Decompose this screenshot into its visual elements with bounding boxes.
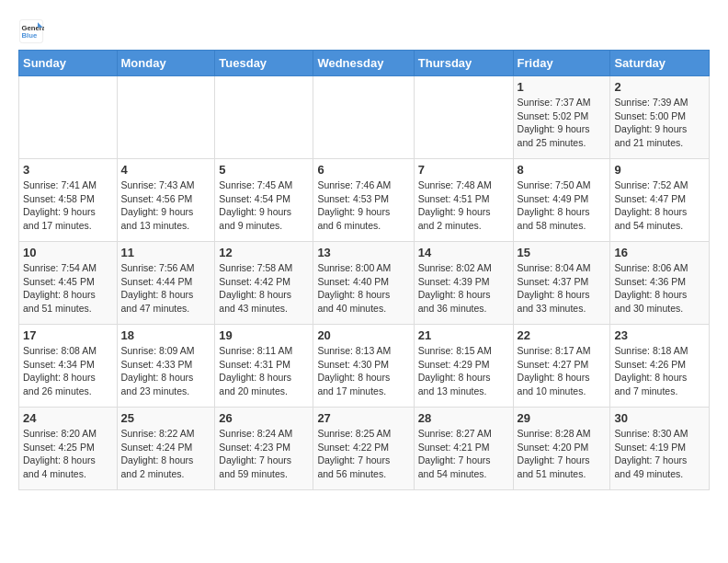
day-info: Sunrise: 8:11 AM Sunset: 4:31 PM Dayligh… (219, 344, 309, 398)
day-number: 28 (418, 411, 509, 425)
weekday-header-saturday: Saturday (610, 51, 710, 76)
day-number: 16 (614, 246, 705, 259)
day-cell: 17Sunrise: 8:08 AM Sunset: 4:34 PM Dayli… (19, 325, 118, 408)
day-cell: 1Sunrise: 7:37 AM Sunset: 5:02 PM Daylig… (513, 76, 610, 159)
day-number: 20 (317, 328, 409, 342)
day-info: Sunrise: 8:22 AM Sunset: 4:24 PM Dayligh… (121, 427, 211, 481)
day-info: Sunrise: 8:00 AM Sunset: 4:40 PM Dayligh… (317, 261, 409, 316)
day-info: Sunrise: 8:04 AM Sunset: 4:37 PM Dayligh… (518, 261, 607, 316)
day-info: Sunrise: 8:18 AM Sunset: 4:26 PM Dayligh… (614, 344, 705, 398)
day-cell: 11Sunrise: 7:56 AM Sunset: 4:44 PM Dayli… (117, 242, 215, 325)
day-cell: 20Sunrise: 8:13 AM Sunset: 4:30 PM Dayli… (313, 325, 414, 408)
day-number: 15 (518, 246, 607, 259)
day-number: 3 (23, 163, 113, 177)
day-info: Sunrise: 8:28 AM Sunset: 4:20 PM Dayligh… (518, 427, 607, 481)
day-info: Sunrise: 8:25 AM Sunset: 4:22 PM Dayligh… (317, 427, 409, 481)
day-cell: 15Sunrise: 8:04 AM Sunset: 4:37 PM Dayli… (513, 242, 610, 325)
day-number: 4 (121, 163, 211, 177)
day-info: Sunrise: 8:06 AM Sunset: 4:36 PM Dayligh… (614, 261, 705, 316)
day-cell: 5Sunrise: 7:45 AM Sunset: 4:54 PM Daylig… (215, 159, 313, 242)
weekday-header-row: SundayMondayTuesdayWednesdayThursdayFrid… (19, 51, 710, 76)
weekday-header-tuesday: Tuesday (215, 51, 313, 76)
day-number: 5 (219, 163, 309, 177)
week-row-1: 1Sunrise: 7:37 AM Sunset: 5:02 PM Daylig… (19, 76, 710, 159)
day-number: 11 (121, 246, 211, 259)
day-cell: 4Sunrise: 7:43 AM Sunset: 4:56 PM Daylig… (117, 159, 215, 242)
day-number: 8 (518, 163, 607, 177)
day-info: Sunrise: 8:27 AM Sunset: 4:21 PM Dayligh… (418, 427, 509, 481)
day-info: Sunrise: 7:46 AM Sunset: 4:53 PM Dayligh… (317, 178, 409, 233)
day-cell: 10Sunrise: 7:54 AM Sunset: 4:45 PM Dayli… (19, 242, 118, 325)
day-number: 6 (317, 163, 409, 177)
week-row-3: 10Sunrise: 7:54 AM Sunset: 4:45 PM Dayli… (19, 242, 710, 325)
day-info: Sunrise: 8:24 AM Sunset: 4:23 PM Dayligh… (219, 427, 309, 481)
weekday-header-sunday: Sunday (19, 51, 118, 76)
day-cell (117, 76, 215, 159)
day-cell: 2Sunrise: 7:39 AM Sunset: 5:00 PM Daylig… (610, 76, 710, 159)
day-cell: 13Sunrise: 8:00 AM Sunset: 4:40 PM Dayli… (313, 242, 414, 325)
day-cell (215, 76, 313, 159)
day-info: Sunrise: 7:52 AM Sunset: 4:47 PM Dayligh… (614, 178, 705, 233)
day-info: Sunrise: 8:20 AM Sunset: 4:25 PM Dayligh… (23, 427, 113, 481)
day-cell: 6Sunrise: 7:46 AM Sunset: 4:53 PM Daylig… (313, 159, 414, 242)
day-cell: 9Sunrise: 7:52 AM Sunset: 4:47 PM Daylig… (610, 159, 710, 242)
day-cell: 16Sunrise: 8:06 AM Sunset: 4:36 PM Dayli… (610, 242, 710, 325)
day-number: 27 (317, 411, 409, 425)
day-number: 24 (23, 411, 113, 425)
day-cell: 21Sunrise: 8:15 AM Sunset: 4:29 PM Dayli… (414, 325, 513, 408)
day-number: 13 (317, 246, 409, 259)
weekday-header-wednesday: Wednesday (313, 51, 414, 76)
day-number: 12 (219, 246, 309, 259)
header: General Blue (18, 18, 710, 44)
week-row-4: 17Sunrise: 8:08 AM Sunset: 4:34 PM Dayli… (19, 325, 710, 408)
week-row-2: 3Sunrise: 7:41 AM Sunset: 4:58 PM Daylig… (19, 159, 710, 242)
day-info: Sunrise: 8:30 AM Sunset: 4:19 PM Dayligh… (614, 427, 705, 481)
logo-icon: General Blue (18, 18, 44, 44)
day-number: 1 (518, 80, 607, 94)
day-info: Sunrise: 7:58 AM Sunset: 4:42 PM Dayligh… (219, 261, 309, 316)
day-info: Sunrise: 7:43 AM Sunset: 4:56 PM Dayligh… (121, 178, 211, 233)
day-cell: 19Sunrise: 8:11 AM Sunset: 4:31 PM Dayli… (215, 325, 313, 408)
day-info: Sunrise: 8:13 AM Sunset: 4:30 PM Dayligh… (317, 344, 409, 398)
day-number: 25 (121, 411, 211, 425)
day-number: 23 (614, 328, 705, 342)
day-number: 18 (121, 328, 211, 342)
day-cell: 29Sunrise: 8:28 AM Sunset: 4:20 PM Dayli… (513, 408, 610, 490)
day-number: 21 (418, 328, 509, 342)
day-info: Sunrise: 8:17 AM Sunset: 4:27 PM Dayligh… (518, 344, 607, 398)
day-cell: 3Sunrise: 7:41 AM Sunset: 4:58 PM Daylig… (19, 159, 118, 242)
day-number: 9 (614, 163, 705, 177)
day-info: Sunrise: 8:09 AM Sunset: 4:33 PM Dayligh… (121, 344, 211, 398)
day-cell: 26Sunrise: 8:24 AM Sunset: 4:23 PM Dayli… (215, 408, 313, 490)
day-number: 17 (23, 328, 113, 342)
day-cell: 14Sunrise: 8:02 AM Sunset: 4:39 PM Dayli… (414, 242, 513, 325)
day-number: 30 (614, 411, 705, 425)
day-info: Sunrise: 7:48 AM Sunset: 4:51 PM Dayligh… (418, 178, 509, 233)
calendar: SundayMondayTuesdayWednesdayThursdayFrid… (18, 50, 710, 490)
day-cell: 23Sunrise: 8:18 AM Sunset: 4:26 PM Dayli… (610, 325, 710, 408)
svg-text:Blue: Blue (22, 31, 38, 40)
day-number: 10 (23, 246, 113, 259)
day-cell: 28Sunrise: 8:27 AM Sunset: 4:21 PM Dayli… (414, 408, 513, 490)
day-number: 7 (418, 163, 509, 177)
day-info: Sunrise: 7:56 AM Sunset: 4:44 PM Dayligh… (121, 261, 211, 316)
day-info: Sunrise: 7:39 AM Sunset: 5:00 PM Dayligh… (614, 96, 705, 150)
day-info: Sunrise: 7:37 AM Sunset: 5:02 PM Dayligh… (518, 96, 607, 150)
day-cell: 7Sunrise: 7:48 AM Sunset: 4:51 PM Daylig… (414, 159, 513, 242)
day-number: 29 (518, 411, 607, 425)
day-info: Sunrise: 7:50 AM Sunset: 4:49 PM Dayligh… (518, 178, 607, 233)
day-info: Sunrise: 7:45 AM Sunset: 4:54 PM Dayligh… (219, 178, 309, 233)
day-cell: 24Sunrise: 8:20 AM Sunset: 4:25 PM Dayli… (19, 408, 118, 490)
weekday-header-monday: Monday (117, 51, 215, 76)
day-number: 19 (219, 328, 309, 342)
page: General Blue SundayMondayTuesdayWednesda… (0, 0, 728, 500)
day-cell: 30Sunrise: 8:30 AM Sunset: 4:19 PM Dayli… (610, 408, 710, 490)
day-number: 2 (614, 80, 705, 94)
logo: General Blue (18, 18, 48, 44)
day-info: Sunrise: 7:41 AM Sunset: 4:58 PM Dayligh… (23, 178, 113, 233)
day-number: 22 (518, 328, 607, 342)
day-cell (19, 76, 118, 159)
day-cell: 12Sunrise: 7:58 AM Sunset: 4:42 PM Dayli… (215, 242, 313, 325)
week-row-5: 24Sunrise: 8:20 AM Sunset: 4:25 PM Dayli… (19, 408, 710, 490)
day-info: Sunrise: 7:54 AM Sunset: 4:45 PM Dayligh… (23, 261, 113, 316)
